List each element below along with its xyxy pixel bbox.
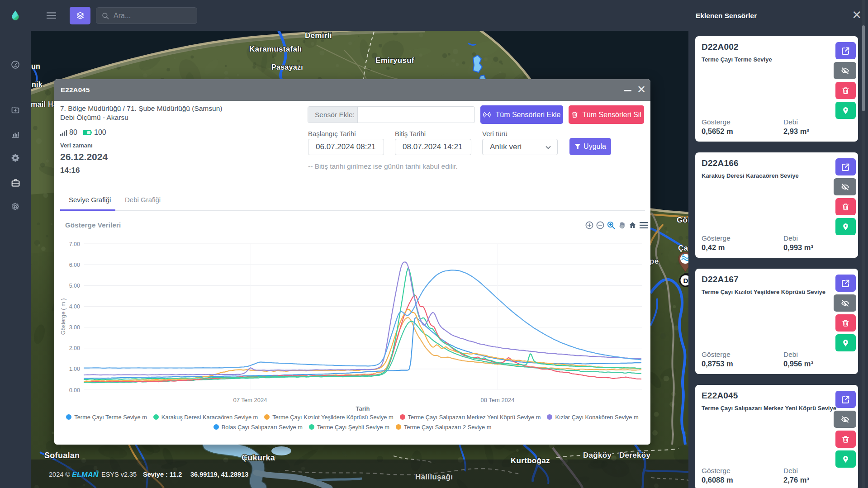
svg-text:D: D bbox=[683, 277, 688, 284]
svg-text:Çat: Çat bbox=[678, 244, 688, 252]
svg-text:Gösterge ( m ): Gösterge ( m ) bbox=[60, 298, 66, 335]
svg-text:5.00: 5.00 bbox=[69, 283, 80, 289]
svg-text:4.00: 4.00 bbox=[69, 303, 80, 310]
svg-text:Haliluşağı: Haliluşağı bbox=[415, 473, 453, 481]
svg-text:08 Tem 2024: 08 Tem 2024 bbox=[481, 397, 515, 403]
svg-text:un: un bbox=[31, 62, 40, 70]
svg-text:Çukurka: Çukurka bbox=[242, 453, 275, 462]
svg-text:2.00: 2.00 bbox=[69, 345, 80, 351]
svg-text:Dağköy: Dağköy bbox=[583, 451, 612, 460]
svg-text:Seviye : 11.2: Seviye : 11.2 bbox=[143, 471, 182, 478]
svg-text:Karamustafalı: Karamustafalı bbox=[249, 45, 302, 53]
svg-text:Dereköy: Dereköy bbox=[619, 451, 650, 460]
svg-text:1.00: 1.00 bbox=[69, 366, 80, 372]
svg-text:2024 ©: 2024 © bbox=[49, 471, 70, 478]
svg-text:6.00: 6.00 bbox=[69, 262, 80, 268]
svg-text:Pasayazı: Pasayazı bbox=[271, 63, 303, 71]
svg-text:Göl: Göl bbox=[677, 216, 688, 224]
svg-text:3.00: 3.00 bbox=[69, 324, 80, 331]
svg-text:Emiryusuf: Emiryusuf bbox=[375, 56, 414, 65]
svg-text:Kurtboğaz: Kurtboğaz bbox=[511, 456, 550, 465]
svg-text:mail Ha: mail Ha bbox=[31, 100, 57, 108]
svg-text:Demirli: Demirli bbox=[305, 31, 332, 40]
svg-text:Tarih: Tarih bbox=[356, 405, 370, 412]
svg-text:ELMAN: ELMAN bbox=[72, 470, 99, 479]
svg-text:07 Tem 2024: 07 Tem 2024 bbox=[233, 397, 267, 403]
svg-text:36.99119, 41.28913: 36.99119, 41.28913 bbox=[190, 471, 248, 478]
svg-text:ESYS v2.35: ESYS v2.35 bbox=[101, 471, 137, 478]
svg-text:nik: nik bbox=[32, 81, 43, 88]
svg-text:7.00: 7.00 bbox=[69, 241, 80, 247]
svg-text:pe: pe bbox=[650, 257, 659, 265]
svg-text:0.00: 0.00 bbox=[69, 387, 80, 393]
svg-text:Sofualan: Sofualan bbox=[44, 451, 80, 460]
svg-text:®: ® bbox=[96, 469, 99, 474]
